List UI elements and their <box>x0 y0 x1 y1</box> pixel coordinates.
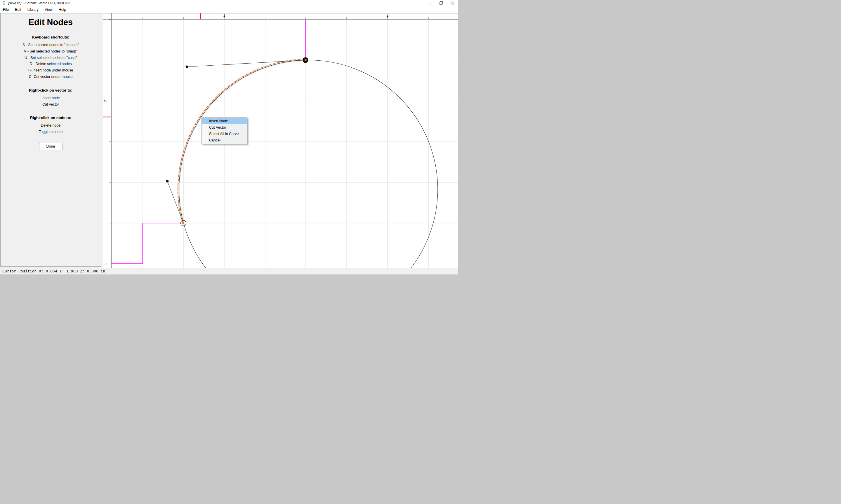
main-area: Edit Nodes Keyboard shortcuts: S - Set s… <box>0 13 458 268</box>
panel-title: Edit Nodes <box>1 18 101 27</box>
ruler-corner <box>103 13 111 20</box>
shortcut-line: U - Set selected nodes to "cusp" <box>1 55 101 61</box>
section-heading-shortcuts: Keyboard shortcuts: <box>1 35 101 39</box>
minimize-button[interactable] <box>425 0 436 6</box>
restore-icon <box>440 1 443 5</box>
window-title: [NewFile]* - Carbide Create PRO, Build 8… <box>8 1 70 5</box>
vruler-label-1: 1 <box>103 263 107 265</box>
minimize-icon <box>429 1 432 5</box>
edit-nodes-panel: Edit Nodes Keyboard shortcuts: S - Set s… <box>0 13 101 267</box>
app-window: [NewFile]* - Carbide Create PRO, Build 8… <box>0 0 458 274</box>
workspace: 1 2 2 1 <box>103 13 458 268</box>
vector-action-line: Cut vector <box>1 102 101 108</box>
canvas-scene <box>111 20 458 268</box>
hruler-label-1: 1 <box>223 14 225 18</box>
vruler-label-2: 2 <box>103 100 107 102</box>
restore-button[interactable] <box>436 0 447 6</box>
handle-line-bottom <box>167 181 183 223</box>
context-menu: Insert Node Cut Vector Select All in Cur… <box>202 117 247 144</box>
vector-circle-path[interactable] <box>179 60 438 268</box>
done-button[interactable]: Done <box>39 143 63 150</box>
shortcut-line: S - Set selected nodes to "smooth" <box>1 42 101 49</box>
menu-library[interactable]: Library <box>28 7 38 12</box>
vertical-ruler: 2 1 <box>103 20 111 268</box>
handle-point-bottom[interactable] <box>166 180 169 183</box>
context-item-insert-node[interactable]: Insert Node <box>202 118 247 124</box>
titlebar: [NewFile]* - Carbide Create PRO, Build 8… <box>0 0 458 6</box>
node-selected[interactable] <box>303 57 308 63</box>
shortcut-line: V - Set selected nodes to "sharp" <box>1 49 101 55</box>
node-action-line: Toggle smooth <box>1 129 101 135</box>
close-icon <box>451 1 454 5</box>
context-item-cancel[interactable]: Cancel <box>202 137 247 144</box>
section-heading-vector: Right-click on vector to: <box>1 88 101 92</box>
menu-edit[interactable]: Edit <box>15 7 21 12</box>
menu-help[interactable]: Help <box>59 7 66 12</box>
handle-point-top[interactable] <box>186 66 188 68</box>
vertical-ruler-scale: 2 1 <box>103 20 111 268</box>
close-button[interactable] <box>447 0 458 6</box>
menu-view[interactable]: View <box>45 7 53 12</box>
shortcut-line: D - Delete selected nodes <box>1 61 101 67</box>
context-item-cut-vector[interactable]: Cut Vector <box>202 124 247 131</box>
node-action-line: Delete node <box>1 123 101 129</box>
shortcut-line: I - Insert node under mouse <box>1 67 101 74</box>
horizontal-ruler: 1 2 <box>111 13 458 20</box>
menu-file[interactable]: File <box>3 7 9 12</box>
vector-action-line: Insert node <box>1 95 101 102</box>
menu-bar: File Edit Library View Help <box>0 6 458 13</box>
window-controls <box>425 0 458 6</box>
context-item-select-all-in-curve[interactable]: Select All in Curve <box>202 131 247 137</box>
shortcut-line: C- Cut vector under mouse <box>1 74 101 80</box>
snap-guide-bottom <box>111 223 183 264</box>
app-logo-icon <box>2 1 6 5</box>
hruler-label-2: 2 <box>387 14 389 18</box>
horizontal-ruler-scale: 1 2 <box>111 14 458 19</box>
section-heading-node: Right-click on node to: <box>1 115 101 120</box>
handle-line-top <box>187 60 306 67</box>
cursor-position-readout: Cursor Position X: 0.854 Y: 1.900 Z: 0.0… <box>2 269 105 273</box>
drawing-canvas[interactable] <box>111 20 458 268</box>
grid-lines <box>111 20 458 268</box>
status-bar: Cursor Position X: 0.854 Y: 1.900 Z: 0.0… <box>0 268 458 274</box>
